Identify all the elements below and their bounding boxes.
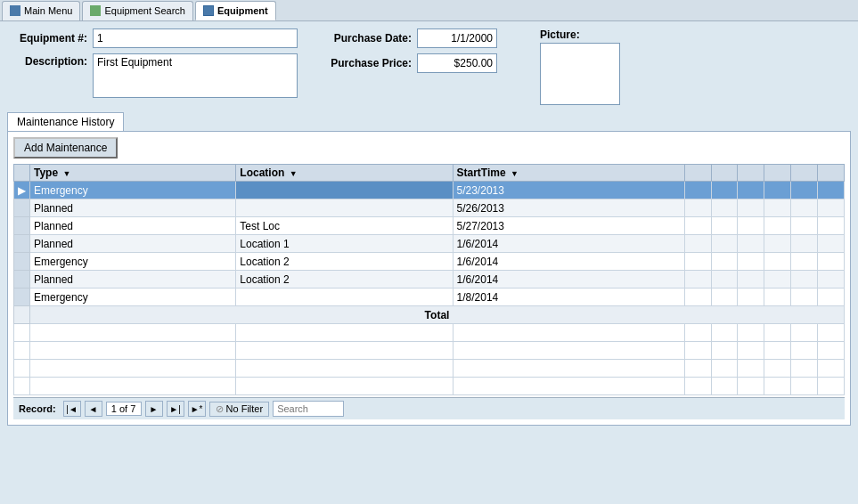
cell-location [236,289,453,306]
cell-empty [818,289,845,306]
equipment-search-icon [90,5,101,16]
equipment-number-input[interactable] [93,28,298,48]
tab-equipment[interactable]: Equipment [195,1,276,20]
table-row[interactable]: PlannedTest Loc5/27/2013 [14,217,845,235]
cell-empty [684,253,711,271]
cell-empty [684,271,711,289]
purchase-date-row: Purchase Date: [323,28,497,48]
table-row[interactable]: Planned5/26/2013 [14,199,845,217]
cell-empty [738,217,764,235]
table-row[interactable]: PlannedLocation 21/6/2014 [14,271,845,289]
tab-main-menu[interactable]: Main Menu [2,1,80,20]
cell-type: Planned [30,199,236,217]
maintenance-table: Type ▼ Location ▼ StartTime ▼ [13,164,845,395]
nav-next-button[interactable]: ► [145,401,163,417]
total-label: Total [30,306,845,324]
empty-cell [453,378,684,395]
cell-empty [818,253,845,271]
purchase-price-row: Purchase Price: [323,53,497,73]
cell-empty [684,217,711,235]
cell-type: Emergency [30,289,236,306]
equipment-number-row: Equipment #: [7,28,298,48]
empty-cell [30,360,236,378]
form-left: Equipment #: Description: First Equipmen… [7,28,298,105]
empty-cell [14,324,30,342]
cell-location: Location 1 [236,235,453,253]
empty-cell [14,342,30,360]
cell-starttime: 1/6/2014 [453,235,684,253]
record-label: Record: [19,403,56,414]
empty-row [14,378,845,395]
empty-cell [236,342,453,360]
cell-empty [818,235,845,253]
cell-empty [711,235,738,253]
table-row[interactable]: PlannedLocation 11/6/2014 [14,235,845,253]
tab-bar: Main Menu Equipment Search Equipment [0,0,858,21]
purchase-date-input[interactable] [417,28,497,48]
main-content: Equipment #: Description: First Equipmen… [0,21,858,504]
row-indicator: ▶ [14,182,30,199]
row-indicator [14,235,30,253]
empty-cell [764,360,791,378]
table-row[interactable]: Emergency1/8/2014 [14,289,845,306]
cell-empty [711,253,738,271]
col-extra-4 [764,165,791,182]
cell-starttime: 5/26/2013 [453,199,684,217]
cell-empty [791,253,818,271]
cell-empty [738,199,764,217]
cell-empty [764,289,791,306]
row-indicator [14,253,30,271]
total-row: Total [14,306,845,324]
empty-cell [738,360,764,378]
search-input[interactable] [273,401,344,417]
cell-empty [791,235,818,253]
col-location-header[interactable]: Location ▼ [236,165,453,182]
cell-empty [684,235,711,253]
tab-equipment-search-label: Equipment Search [104,5,185,16]
empty-cell [791,360,818,378]
cell-empty [791,271,818,289]
col-starttime-header[interactable]: StartTime ▼ [453,165,684,182]
cell-location: Location 2 [236,253,453,271]
main-menu-icon [10,5,20,16]
table-row[interactable]: EmergencyLocation 21/6/2014 [14,253,845,271]
maintenance-table-container[interactable]: Type ▼ Location ▼ StartTime ▼ [13,164,845,395]
col-extra-2 [711,165,738,182]
empty-cell [684,378,711,395]
add-maintenance-button[interactable]: Add Maintenance [13,137,118,159]
empty-cell [711,378,738,395]
nav-prev-button[interactable]: ◄ [85,401,102,417]
cell-location [236,182,453,199]
cell-type: Planned [30,235,236,253]
empty-cell [453,360,684,378]
empty-cell [453,324,684,342]
col-type-header[interactable]: Type ▼ [30,165,236,182]
cell-empty [764,235,791,253]
empty-cell [791,342,818,360]
cell-type: Emergency [30,253,236,271]
nav-new-button[interactable]: ►* [188,401,206,417]
cell-starttime: 1/6/2014 [453,271,684,289]
tab-equipment-label: Equipment [217,5,268,16]
cell-empty [738,271,764,289]
table-row[interactable]: ▶Emergency5/23/2013 [14,182,845,199]
maintenance-tab[interactable]: Maintenance History [7,112,124,131]
purchase-price-input[interactable] [417,53,497,73]
empty-cell [30,324,236,342]
picture-label: Picture: [540,28,620,41]
cell-empty [791,182,818,199]
description-input[interactable]: First Equipment [93,53,298,98]
cell-empty [684,289,711,306]
cell-empty [818,271,845,289]
empty-cell [711,342,738,360]
no-filter-button[interactable]: ⊘ No Filter [209,402,270,417]
cell-type: Emergency [30,182,236,199]
tab-equipment-search[interactable]: Equipment Search [82,1,193,20]
purchase-price-label: Purchase Price: [323,57,412,69]
picture-box [540,43,620,105]
col-extra-6 [818,165,845,182]
nav-first-button[interactable]: |◄ [63,401,81,417]
cell-empty [791,289,818,306]
nav-last-button[interactable]: ►| [167,401,184,417]
cell-type: Planned [30,271,236,289]
